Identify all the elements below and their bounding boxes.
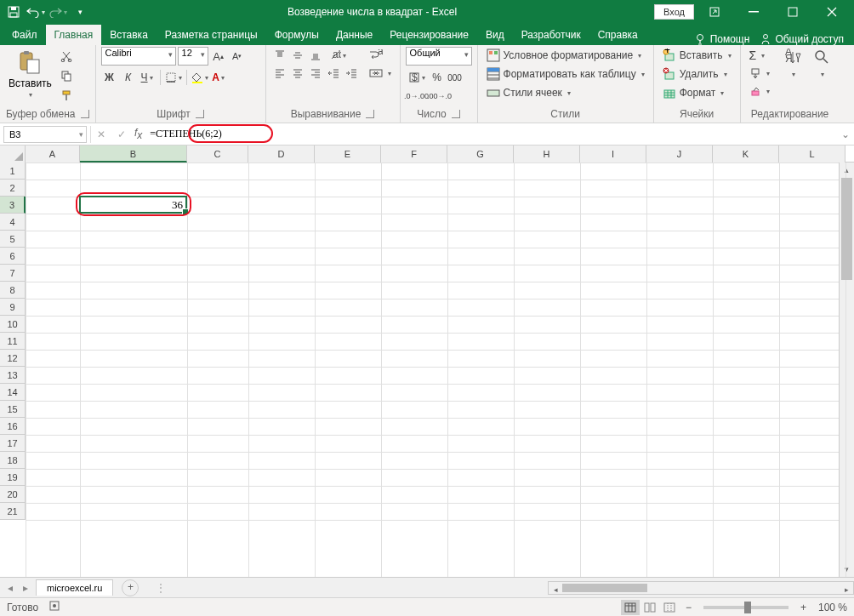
row-header-13[interactable]: 13 bbox=[0, 367, 26, 384]
cut-icon[interactable] bbox=[57, 47, 76, 66]
fx-icon[interactable]: fx bbox=[132, 127, 145, 141]
align-left-icon[interactable] bbox=[271, 65, 288, 82]
row-header-9[interactable]: 9 bbox=[0, 299, 26, 316]
clear-button[interactable]: ▾ bbox=[746, 83, 773, 100]
cells-area[interactable]: 36 bbox=[26, 163, 839, 577]
tab-review[interactable]: Рецензирование bbox=[381, 25, 477, 45]
row-header-14[interactable]: 14 bbox=[0, 384, 26, 401]
font-launcher[interactable] bbox=[196, 110, 204, 118]
col-header-c[interactable]: C bbox=[187, 145, 248, 163]
increase-indent-icon[interactable] bbox=[344, 65, 361, 82]
col-header-g[interactable]: G bbox=[447, 145, 514, 163]
percent-format-icon[interactable]: % bbox=[429, 69, 446, 86]
zoom-level[interactable]: 100 % bbox=[813, 602, 847, 613]
vertical-scrollbar[interactable]: ▴ ▾ bbox=[839, 163, 854, 577]
tab-insert[interactable]: Вставка bbox=[101, 25, 157, 45]
col-header-f[interactable]: F bbox=[381, 145, 447, 163]
zoom-slider[interactable] bbox=[703, 606, 789, 609]
row-header-5[interactable]: 5 bbox=[0, 231, 26, 248]
merge-center-button[interactable]: ▾ bbox=[366, 65, 395, 82]
align-center-icon[interactable] bbox=[289, 65, 306, 82]
alignment-launcher[interactable] bbox=[366, 110, 374, 118]
bold-button[interactable]: Ж bbox=[101, 69, 118, 86]
underline-button[interactable]: Ч▾ bbox=[139, 69, 156, 86]
scroll-left-icon[interactable]: ◂ bbox=[549, 582, 562, 597]
maximize-icon[interactable] bbox=[774, 0, 811, 24]
conditional-formatting-button[interactable]: Условное форматирование▾ bbox=[483, 47, 648, 64]
row-header-17[interactable]: 17 bbox=[0, 435, 26, 452]
insert-cells-button[interactable]: +Вставить▾ bbox=[659, 47, 735, 64]
enter-formula-icon[interactable]: ✓ bbox=[111, 126, 132, 143]
scroll-up-icon[interactable]: ▴ bbox=[840, 163, 854, 178]
tab-help[interactable]: Справка bbox=[589, 25, 646, 45]
number-launcher[interactable] bbox=[452, 110, 460, 118]
tab-file[interactable]: Файл bbox=[3, 25, 46, 45]
tab-developer[interactable]: Разработчик bbox=[513, 25, 589, 45]
sort-filter-button[interactable]: AЯ▾ bbox=[780, 47, 806, 80]
row-header-12[interactable]: 12 bbox=[0, 350, 26, 367]
tab-nav-next[interactable]: ▸ bbox=[19, 582, 32, 594]
delete-cells-button[interactable]: Удалить▾ bbox=[659, 66, 735, 83]
scroll-right-icon[interactable]: ▸ bbox=[840, 582, 853, 597]
col-header-h[interactable]: H bbox=[514, 145, 580, 163]
qat-customize-icon[interactable]: ▾ bbox=[70, 2, 90, 22]
align-right-icon[interactable] bbox=[307, 65, 324, 82]
align-middle-icon[interactable] bbox=[289, 47, 306, 64]
decrease-indent-icon[interactable] bbox=[326, 65, 343, 82]
format-cells-button[interactable]: Формат▾ bbox=[659, 84, 735, 101]
row-header-19[interactable]: 19 bbox=[0, 469, 26, 486]
increase-decimal-icon[interactable]: .0→.00 bbox=[406, 88, 428, 105]
col-header-i[interactable]: I bbox=[580, 145, 646, 163]
tab-data[interactable]: Данные bbox=[327, 25, 381, 45]
vscroll-thumb[interactable] bbox=[841, 178, 852, 280]
row-header-4[interactable]: 4 bbox=[0, 214, 26, 231]
name-box[interactable]: B3 bbox=[3, 126, 87, 143]
wrap-text-button[interactable]: ab bbox=[366, 47, 395, 64]
copy-icon[interactable] bbox=[57, 66, 76, 85]
tell-me[interactable]: Помощн bbox=[695, 33, 750, 45]
expand-formula-bar-icon[interactable]: ⌄ bbox=[837, 128, 854, 140]
row-header-18[interactable]: 18 bbox=[0, 452, 26, 469]
close-icon[interactable] bbox=[813, 0, 851, 24]
font-name-select[interactable]: Calibri bbox=[101, 47, 176, 66]
zoom-out-button[interactable]: − bbox=[686, 602, 692, 613]
fill-color-button[interactable]: ▾ bbox=[191, 69, 208, 86]
align-bottom-icon[interactable] bbox=[307, 47, 324, 64]
paste-button[interactable]: Вставить▾ bbox=[5, 47, 55, 100]
font-size-select[interactable]: 12 bbox=[178, 47, 208, 66]
find-select-button[interactable]: ▾ bbox=[809, 47, 834, 80]
orientation-icon[interactable]: ab▾ bbox=[326, 47, 350, 64]
scroll-down-icon[interactable]: ▾ bbox=[840, 562, 854, 577]
autosum-button[interactable]: Σ▾ bbox=[746, 47, 773, 64]
zoom-thumb[interactable] bbox=[744, 602, 751, 613]
decrease-decimal-icon[interactable]: .00→.0 bbox=[429, 88, 451, 105]
redo-icon[interactable]: ▾ bbox=[48, 2, 68, 22]
view-page-break-icon[interactable] bbox=[660, 600, 679, 615]
view-normal-icon[interactable] bbox=[621, 600, 640, 615]
format-painter-icon[interactable] bbox=[57, 86, 76, 105]
macro-record-icon[interactable] bbox=[48, 600, 60, 614]
view-page-layout-icon[interactable] bbox=[640, 600, 659, 615]
row-header-7[interactable]: 7 bbox=[0, 265, 26, 282]
row-header-15[interactable]: 15 bbox=[0, 401, 26, 418]
row-header-3[interactable]: 3 bbox=[0, 197, 26, 214]
col-header-a[interactable]: A bbox=[26, 145, 80, 163]
cell-styles-button[interactable]: Стили ячеек▾ bbox=[483, 84, 648, 101]
share-button[interactable]: Общий доступ bbox=[760, 33, 844, 45]
row-header-11[interactable]: 11 bbox=[0, 333, 26, 350]
row-header-10[interactable]: 10 bbox=[0, 316, 26, 333]
number-format-select[interactable]: Общий bbox=[406, 47, 472, 66]
tab-page-layout[interactable]: Разметка страницы bbox=[157, 25, 266, 45]
increase-font-icon[interactable]: A▴ bbox=[210, 48, 227, 65]
minimize-icon[interactable] bbox=[735, 0, 772, 24]
save-icon[interactable] bbox=[3, 2, 24, 22]
login-button[interactable]: Вход bbox=[654, 4, 694, 20]
select-all-button[interactable] bbox=[0, 145, 26, 163]
align-top-icon[interactable] bbox=[271, 47, 288, 64]
undo-icon[interactable]: ▾ bbox=[26, 2, 46, 22]
comma-format-icon[interactable]: 000 bbox=[447, 69, 464, 86]
row-header-21[interactable]: 21 bbox=[0, 503, 26, 520]
format-as-table-button[interactable]: Форматировать как таблицу▾ bbox=[483, 66, 648, 83]
row-header-2[interactable]: 2 bbox=[0, 180, 26, 197]
cancel-formula-icon[interactable]: ✕ bbox=[91, 126, 111, 143]
